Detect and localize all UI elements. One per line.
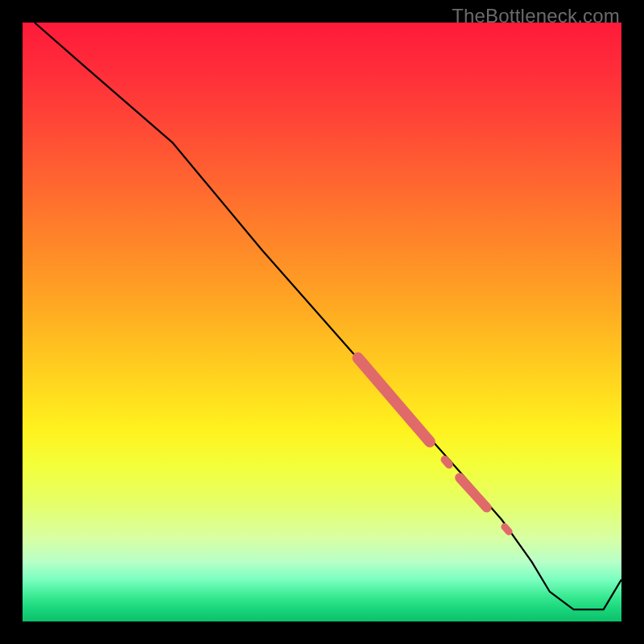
curve-line (35, 23, 621, 609)
highlight-segment (505, 526, 509, 531)
highlight-segment (358, 358, 430, 442)
plot-area (23, 23, 621, 621)
highlight-segment (445, 460, 449, 464)
chart-frame: TheBottleneck.com (0, 0, 644, 644)
highlight-segment (460, 477, 487, 507)
chart-svg (23, 23, 621, 621)
watermark-text: TheBottleneck.com (452, 5, 620, 27)
